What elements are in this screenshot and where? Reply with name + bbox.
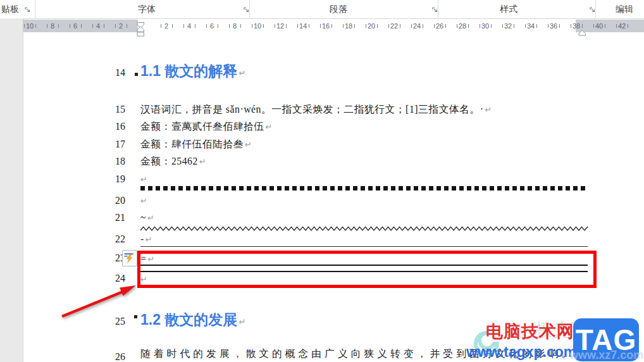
ruler-tick: [172, 24, 173, 28]
ruler-tick: [127, 24, 127, 28]
ruler-tick: [35, 24, 36, 28]
line-text: 金额：25462: [140, 156, 198, 166]
background-watermark-url: www.xz7.com: [569, 349, 643, 362]
ruler-tick: [320, 24, 321, 28]
ruler-number: 6: [205, 22, 219, 30]
line-text: 汉语词汇，拼音是 sǎn·wén。一指文采焕发；二指犹行文；[1]三指文体名。·: [140, 104, 484, 115]
ruler-number: 10: [251, 22, 264, 30]
heading-collapse-bullet[interactable]: [135, 73, 138, 76]
ruler-number: 10: [23, 22, 37, 30]
paragraph-mark: ↵: [144, 235, 152, 244]
line-number: 20: [100, 194, 125, 207]
ruler-tick: [434, 24, 435, 28]
line-number: 26: [100, 351, 125, 362]
ruler-tick: [343, 24, 344, 28]
lightning-bolt-icon: [127, 254, 132, 263]
ruler-number: 34: [524, 22, 538, 30]
ruler-tick: [70, 24, 70, 28]
ruler-tick: [411, 24, 412, 28]
paragraph-mark: ↵: [484, 105, 492, 115]
annotation-highlight-box: [137, 251, 597, 288]
ruler-tick: [559, 24, 560, 28]
autocorrect-options-button[interactable]: [122, 250, 137, 266]
text-line-18[interactable]: 金额：25462↵: [140, 154, 206, 168]
line-number: 15: [100, 103, 125, 116]
ruler-tick: [571, 24, 571, 28]
paragraph-mark: ↵: [244, 140, 252, 149]
ruler-tick: [423, 24, 423, 28]
ruler-tick: [206, 24, 207, 28]
watermark-site-name: 电脑技术网: [486, 320, 574, 343]
empty-line-20[interactable]: ↵: [140, 194, 147, 208]
ruler-tick: [616, 24, 617, 28]
ruler-tick: [47, 24, 47, 28]
text-line-15[interactable]: 汉语词汇，拼音是 sǎn·wén。一指文采焕发；二指犹行文；[1]三指文体名。·…: [140, 103, 492, 116]
ruler-tick: [491, 24, 492, 28]
ruler-number: 2: [114, 22, 128, 30]
ruler-number: 22: [387, 22, 401, 30]
ruler-tick: [286, 24, 287, 28]
ruler-tick: [297, 24, 298, 28]
ruler-number: 26: [433, 22, 447, 30]
single-border-line: [140, 246, 588, 247]
text-line-22[interactable]: -↵: [140, 232, 152, 246]
ruler-number: 4: [91, 22, 105, 30]
line-text: 金额：壹萬贰仟叁佰肆拾伍: [140, 121, 264, 132]
ruler-tick: [514, 24, 514, 28]
ruler-tick: [115, 24, 116, 28]
ruler-number: 8: [46, 22, 59, 30]
ruler-tick: [502, 24, 503, 28]
ruler-tick: [195, 24, 195, 28]
ruler-tick: [58, 24, 59, 28]
ruler-tick: [309, 24, 309, 28]
line-text: -: [140, 234, 144, 244]
ruler-tick: [161, 24, 161, 28]
ruler-number: 8: [228, 22, 242, 30]
ruler-tick: [605, 24, 605, 28]
ruler-number: 16: [319, 22, 333, 30]
line-number: 17: [100, 138, 125, 151]
right-indent-marker[interactable]: [578, 27, 586, 39]
heading-1-1[interactable]: 1.1 散文的解释↵: [140, 62, 245, 82]
page-left-edge: [23, 18, 23, 362]
ruler-number: 14: [296, 22, 310, 30]
line-number: 21: [100, 211, 125, 224]
ruler-tick: [331, 24, 332, 28]
ruler-bar[interactable]: 1086422468101214161820222426283032343638…: [0, 0, 644, 32]
ruler-number: 24: [410, 22, 424, 30]
text-line-17[interactable]: 金额：肆仟伍佰陆拾叁↵: [140, 137, 252, 151]
ruler-number: 32: [501, 22, 515, 30]
ruler-tick: [628, 24, 628, 28]
ruler-tick: [548, 24, 548, 28]
line-number: 14: [100, 66, 125, 79]
text-line-16[interactable]: 金额：壹萬贰仟叁佰肆拾伍↵: [140, 120, 273, 134]
ruler-number: 2: [159, 22, 173, 30]
ruler-tick: [400, 24, 400, 28]
ruler-tick: [525, 24, 526, 28]
wavy-border-line: [140, 223, 588, 234]
ruler-tick: [354, 24, 355, 28]
paragraph-mark: ↵: [237, 317, 245, 327]
ruler-tick: [229, 24, 230, 28]
hanging-indent-marker[interactable]: [137, 27, 145, 39]
ruler-number: 4: [182, 22, 196, 30]
heading-text: 1.2 散文的发展: [140, 311, 237, 328]
watermark-site-url: www.tagxp.com: [466, 344, 576, 361]
paragraph-mark: ↵: [146, 213, 154, 223]
paragraph-mark: ↵: [198, 157, 206, 166]
empty-line-19[interactable]: ↵: [140, 172, 147, 186]
heading-1-2[interactable]: 1.2 散文的发展↵: [140, 311, 245, 331]
ruler-tick: [536, 24, 537, 28]
line-number: 22: [100, 233, 125, 246]
ruler-tick: [104, 24, 104, 28]
app-background-left: [0, 18, 23, 362]
ruler-number: 6: [68, 22, 82, 30]
thick-dashed-border-line: [140, 186, 588, 190]
paragraph-mark: ↵: [140, 196, 147, 206]
ruler-tick: [240, 24, 241, 28]
line-text: ~: [140, 212, 146, 223]
ruler-tick: [468, 24, 469, 28]
ruler-tick: [183, 24, 184, 28]
ruler-tick: [366, 24, 366, 28]
line-number: 19: [100, 173, 125, 185]
